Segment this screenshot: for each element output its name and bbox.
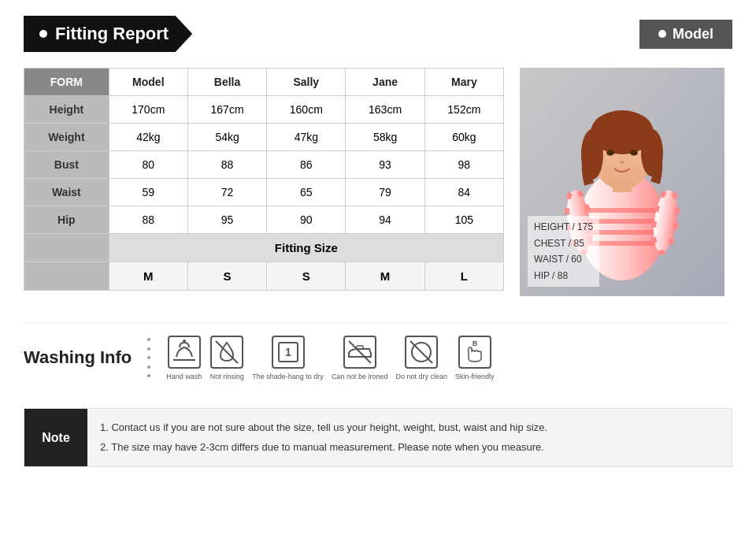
table-cell: 59 [109,179,187,206]
table-row-label: Hip [24,206,109,234]
table-cell: 86 [267,151,346,179]
size-cell: L [424,262,503,291]
svg-point-12 [606,150,614,156]
svg-line-30 [410,341,432,363]
skin-friendly-icon-svg: B [458,335,492,369]
table-cell: 60kg [424,124,503,151]
size-cell: M [109,262,187,291]
svg-text:B: B [472,339,478,347]
washing-icons: Hand wash Not rinsing 1 The shade-hang [166,335,494,380]
page: Fitting Report Model FORM Model Bella Sa… [0,0,756,483]
table-cell: 88 [109,206,187,234]
no-dry-clean-label: Do not dry clean [395,373,447,380]
table-header-jane: Jane [346,69,424,96]
washing-icon-handwash: Hand wash [166,335,202,380]
model-height: HEIGHT / 175 [534,219,593,235]
model-info-overlay: HEIGHT / 175 CHEST / 85 WAIST / 60 HIP /… [528,216,599,287]
table-header-model: Model [109,69,187,96]
washing-divider-dot-4 [147,365,150,369]
table-row-label: Waist [24,179,109,206]
washing-icon-shade-dry: 1 The shade-hang to dry [252,335,324,380]
washing-divider-dot-2 [147,347,150,351]
washing-divider-dot-3 [147,356,150,359]
table-header-form: FORM [24,69,109,96]
washing-icon-not-rinsing: Not rinsing [209,335,244,380]
svg-rect-26 [357,346,363,349]
size-cell: S [267,262,346,291]
handwash-icon-svg [167,335,202,369]
table-header-mary: Mary [424,69,503,96]
size-cell: M [346,262,424,291]
table-cell: 167cm [187,96,266,124]
table-cell: 95 [187,206,266,234]
table-header-sally: Sally [267,69,346,96]
shade-dry-icon-svg: 1 [271,335,306,369]
no-iron-label: Can not be ironed [332,373,388,380]
no-dry-clean-icon-svg [404,335,439,369]
table-cell: 84 [424,179,503,206]
table-cell: 90 [267,206,346,234]
washing-icon-no-dry-clean: Do not dry clean [395,335,447,380]
washing-icon-skin-friendly: B Skin-friendly [455,335,495,380]
size-cell: S [187,262,266,291]
washing-section: Washing Info Hand wash [24,322,732,392]
washing-icon-no-iron: Can not be ironed [332,335,388,380]
shade-dry-label: The shade-hang to dry [252,373,324,380]
fitting-report-header: Fitting Report Model [24,16,732,52]
not-rinsing-label: Not rinsing [210,373,244,380]
table-cell: 94 [346,206,424,234]
table-cell: 163cm [346,96,424,124]
table-cell: 79 [346,179,424,206]
title-dot [39,30,47,38]
svg-line-21 [216,341,238,363]
size-row-empty-cell [24,262,109,291]
fitting-size-empty-cell [24,234,109,262]
svg-rect-2 [579,208,665,213]
fitting-table: FORM Model Bella Sally Jane Mary Height1… [24,68,504,291]
washing-title: Washing Info [24,347,132,368]
table-cell: 58kg [346,124,424,151]
right-section: HEIGHT / 175 CHEST / 85 WAIST / 60 HIP /… [520,68,732,306]
note-line-1: 1. Contact us if you are not sure about … [100,418,547,438]
main-content: FORM Model Bella Sally Jane Mary Height1… [24,68,732,306]
note-line-2: 2. The size may have 2-3cm differs due t… [100,438,547,458]
fitting-report-title: Fitting Report [55,24,169,44]
table-cell: 54kg [187,124,266,151]
table-header-bella: Bella [187,69,266,96]
fitting-size-label: Fitting Size [109,234,503,262]
table-cell: 88 [187,151,266,179]
model-header-title: Model [673,26,713,43]
fitting-report-banner: Fitting Report [24,16,192,52]
model-header-banner: Model [639,20,732,49]
table-cell: 160cm [267,96,346,124]
table-cell: 65 [267,179,346,206]
no-iron-icon-svg [343,335,377,369]
table-cell: 80 [109,151,187,179]
handwash-label: Hand wash [166,373,202,380]
table-row-label: Bust [24,151,109,179]
washing-divider [147,338,150,377]
table-cell: 42kg [109,124,187,151]
model-chest: CHEST / 85 [534,236,593,251]
skin-friendly-label: Skin-friendly [455,373,495,380]
table-cell: 72 [187,179,266,206]
model-photo: HEIGHT / 175 CHEST / 85 WAIST / 60 HIP /… [520,68,724,296]
table-row-label: Weight [24,124,109,151]
table-cell: 170cm [109,96,187,124]
washing-divider-dot-1 [147,338,150,341]
model-dot [658,30,666,38]
table-row-label: Height [24,96,109,124]
left-section: FORM Model Bella Sally Jane Mary Height1… [24,68,504,306]
washing-divider-dot-5 [147,374,150,377]
svg-point-13 [630,150,638,156]
model-hip: HIP / 88 [534,268,593,284]
table-cell: 98 [424,151,503,179]
not-rinsing-icon-svg [209,335,244,369]
svg-line-27 [349,341,371,363]
table-cell: 152cm [424,96,503,124]
table-cell: 105 [424,206,503,234]
table-cell: 47kg [267,124,346,151]
svg-text:1: 1 [285,346,291,358]
fitting-report-title-wrap: Fitting Report [24,16,192,52]
note-label: Note [24,409,87,466]
